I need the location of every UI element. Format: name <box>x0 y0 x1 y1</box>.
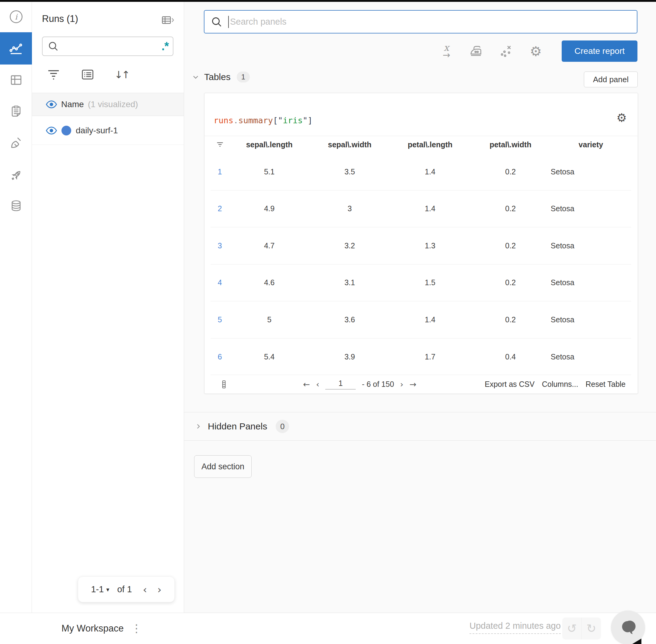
undo-icon[interactable]: ↺ <box>562 618 582 640</box>
table-row: 24.931.40.2Setosa <box>211 190 631 228</box>
smoothing-iron-icon[interactable] <box>469 42 483 60</box>
x-axis-icon[interactable]: x→ <box>439 42 453 60</box>
code-token-close-bracket: "] <box>303 116 313 125</box>
table-cell: 4.6 <box>229 278 309 287</box>
table-cell: Setosa <box>551 167 631 176</box>
export-csv-button[interactable]: Export as CSV <box>485 380 535 389</box>
hidden-panels-section[interactable]: Hidden Panels 0 <box>184 412 656 441</box>
table-row: 65.43.91.70.4Setosa <box>211 339 631 375</box>
column-header[interactable]: sepal\.width <box>309 140 390 149</box>
next-page-chevron-icon[interactable]: › <box>400 380 403 389</box>
page-range-dropdown[interactable]: 1-1 <box>91 584 104 594</box>
prev-page-icon[interactable]: ‹ <box>143 583 147 596</box>
table-cell: 1.4 <box>390 167 470 176</box>
table-header-row: sepal\.length sepal\.width petal\.length… <box>205 136 638 154</box>
runs-name-header: Name (1 visualized) <box>32 93 184 116</box>
workspace-chart-icon[interactable] <box>0 32 32 65</box>
artifacts-database-icon[interactable] <box>0 197 32 214</box>
expand-runs-table-icon[interactable] <box>161 14 174 26</box>
add-panel-button[interactable]: Add panel <box>584 71 638 87</box>
hidden-panels-label: Hidden Panels <box>208 421 267 432</box>
logs-clipboard-icon[interactable] <box>0 102 32 120</box>
add-section-button[interactable]: Add section <box>194 455 252 478</box>
tables-section-header: Tables 1 Add panel <box>184 71 656 89</box>
panel-search-input[interactable] <box>230 17 631 27</box>
columns-button[interactable]: Columns... <box>542 380 578 389</box>
outliers-scatter-icon[interactable] <box>499 42 513 60</box>
run-color-dot <box>62 126 71 135</box>
tables-section-toggle[interactable]: Tables 1 <box>191 71 250 83</box>
panel-settings-gear-icon[interactable]: ⚙ <box>616 112 627 123</box>
column-header[interactable]: petal\.width <box>470 140 551 149</box>
table-cell: 3.1 <box>309 278 390 287</box>
row-index-link[interactable]: 2 <box>211 204 229 213</box>
table-cell: Setosa <box>551 315 631 324</box>
sort-icon[interactable]: ↓↑ <box>115 67 129 82</box>
table-row: 34.73.21.30.2Setosa <box>211 227 631 264</box>
run-name[interactable]: daily-surf-1 <box>76 126 118 135</box>
table-cell: 0.4 <box>470 352 551 361</box>
table-cell: 0.2 <box>470 204 551 213</box>
row-index-link[interactable]: 1 <box>211 167 229 176</box>
redo-icon[interactable]: ↻ <box>582 618 601 640</box>
runs-pagination: 1-1 ▾ of 1 ‹ › <box>78 576 174 602</box>
column-header[interactable]: variety <box>551 140 631 149</box>
table-cell: 1.4 <box>390 204 470 213</box>
info-icon[interactable]: i <box>0 8 32 25</box>
filter-icon[interactable] <box>47 67 61 82</box>
workspace-menu-kebab-icon[interactable]: ⋮ <box>131 623 142 634</box>
table-cell: 3.5 <box>309 167 390 176</box>
settings-gear-icon[interactable]: ⚙ <box>529 42 543 60</box>
launch-rocket-icon[interactable] <box>0 167 32 184</box>
table-cell: Setosa <box>551 204 631 213</box>
last-updated-label[interactable]: Updated 2 minutes ago <box>469 621 561 634</box>
runs-search-input[interactable] <box>63 42 162 51</box>
workspace-name-label[interactable]: My Workspace <box>62 623 123 634</box>
table-cell: 4.9 <box>229 204 309 213</box>
runs-toolbar: ↓↑ <box>47 67 129 82</box>
sweeps-broom-icon[interactable] <box>0 135 32 152</box>
row-height-icon[interactable] <box>220 380 227 389</box>
page-number-input[interactable] <box>325 379 356 390</box>
search-icon <box>211 16 223 28</box>
row-index-link[interactable]: 4 <box>211 278 229 287</box>
column-header[interactable]: sepal\.length <box>229 140 309 149</box>
table-row: 44.63.11.50.2Setosa <box>211 264 631 302</box>
create-report-button[interactable]: Create report <box>562 41 637 62</box>
last-page-arrow-icon[interactable]: → <box>409 380 417 389</box>
row-index-link[interactable]: 3 <box>211 242 229 250</box>
code-token-open-bracket: [" <box>273 116 283 125</box>
table-cell: 3.9 <box>309 352 390 361</box>
chevron-down-icon: ▾ <box>106 586 109 593</box>
table-cell: 5.1 <box>229 167 309 176</box>
panels-icon[interactable] <box>0 71 32 89</box>
next-page-icon[interactable]: › <box>157 583 162 596</box>
run-visibility-eye-icon[interactable] <box>46 126 57 135</box>
table-cell: Setosa <box>551 242 631 250</box>
prev-page-chevron-icon[interactable]: ‹ <box>316 380 320 389</box>
name-column-label[interactable]: Name <box>61 99 84 109</box>
column-header[interactable]: petal\.length <box>390 140 470 149</box>
left-icon-rail: i <box>0 2 32 613</box>
table-cell: Setosa <box>551 278 631 287</box>
row-index-link[interactable]: 6 <box>211 352 229 361</box>
hidden-panels-count-badge: 0 <box>276 420 289 433</box>
text-cursor <box>228 16 229 28</box>
table-row: 15.13.51.40.2Setosa <box>211 154 631 190</box>
row-index-link[interactable]: 5 <box>211 315 229 324</box>
chevron-down-icon <box>191 73 200 81</box>
visualized-count-label: (1 visualized) <box>88 99 138 109</box>
regex-toggle-icon[interactable]: .* <box>162 43 168 49</box>
workspace-toolbar: x→ ⚙ Create report <box>439 41 637 62</box>
table-cell: 4.7 <box>229 242 309 250</box>
table-actions: Export as CSV Columns... Reset Table <box>485 380 626 389</box>
iris-table-panel: runs.summary["iris"] ⚙ sepal\.length sep… <box>204 93 638 394</box>
reset-table-button[interactable]: Reset Table <box>585 380 626 389</box>
table-cell: 3 <box>309 204 390 213</box>
first-page-arrow-icon[interactable]: ← <box>303 380 310 389</box>
visibility-eye-icon[interactable] <box>46 100 57 109</box>
group-list-icon[interactable] <box>80 67 95 82</box>
panel-title-code[interactable]: runs.summary["iris"] <box>214 116 312 125</box>
table-cell: 5 <box>229 315 309 324</box>
table-filter-icon[interactable] <box>211 141 229 149</box>
